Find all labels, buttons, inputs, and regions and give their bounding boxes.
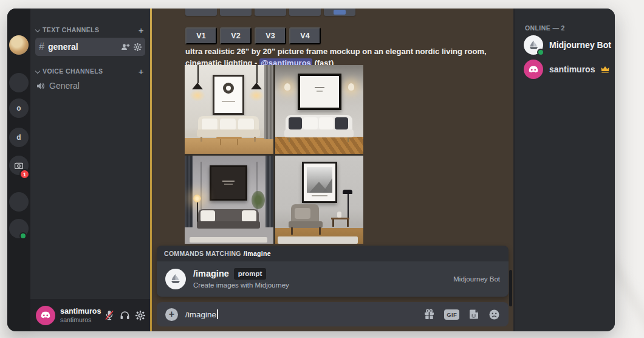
variation-button-v1[interactable]: V1	[185, 27, 217, 44]
command-source: Midjourney Bot	[453, 275, 500, 283]
server-initial: d	[16, 133, 21, 142]
user-names[interactable]: santimuros santimuros	[60, 307, 100, 323]
voice-channel-general[interactable]: General	[30, 78, 150, 94]
create-channel-button[interactable]: +	[139, 67, 144, 76]
member-row-santimuros[interactable]: santimuros	[520, 58, 615, 80]
online-status-dot	[19, 232, 27, 240]
server-icon[interactable]	[9, 73, 29, 92]
sticker-icon[interactable]	[468, 309, 479, 320]
command-name: /imagine	[193, 268, 229, 280]
emoji-icon[interactable]	[488, 309, 500, 320]
channel-general[interactable]: # general	[35, 38, 145, 56]
prompt-text-line1: ultra realistic 26" by 20" picture frame…	[185, 46, 513, 58]
gift-icon[interactable]	[423, 309, 435, 320]
server-icon-avatar[interactable]	[9, 35, 29, 55]
chat-area: V1 V2 V3 V4 ultra realistic 26" by 20" p…	[152, 9, 513, 331]
message-input[interactable]: /imagine	[185, 309, 416, 319]
upscale-button[interactable]	[289, 9, 321, 16]
variation-button-v3[interactable]: V3	[255, 27, 286, 44]
chat-scrollbar[interactable]	[509, 9, 512, 331]
generated-image-4[interactable]	[275, 156, 364, 244]
command-argument: prompt	[234, 268, 267, 280]
server-icon[interactable]: d	[9, 128, 29, 147]
midjourney-image-grid[interactable]	[185, 65, 363, 244]
voice-channels-category[interactable]: VOICE CHANNELS +	[30, 64, 150, 78]
channel-sidebar: TEXT CHANNELS + # general	[30, 9, 150, 331]
headphones-icon[interactable]	[120, 311, 130, 320]
upscale-button[interactable]	[220, 9, 252, 16]
message-input-bar: + /imagine GIF	[157, 302, 509, 326]
username: santimuros	[60, 307, 100, 316]
server-owner-crown-icon	[601, 66, 609, 73]
gif-picker-icon[interactable]: GIF	[444, 309, 459, 320]
user-tag: santimuros	[60, 316, 100, 323]
speaker-icon	[36, 82, 45, 90]
online-section-header: ONLINE — 2	[525, 24, 565, 32]
generated-image-3[interactable]	[185, 156, 273, 244]
microphone-muted-icon[interactable]	[104, 310, 114, 320]
chevron-down-icon	[35, 27, 40, 32]
command-option-imagine[interactable]: /imagine prompt Create images with Midjo…	[157, 261, 509, 297]
server-initial: o	[16, 104, 21, 112]
variation-button-row: V1 V2 V3 V4	[185, 27, 321, 44]
user-area: santimuros santimuros	[30, 299, 150, 331]
discord-logo-icon	[40, 311, 51, 319]
upscale-button-row-cropped	[185, 9, 355, 16]
user-settings-gear-icon[interactable]	[135, 311, 145, 320]
member-name: santimuros	[549, 64, 595, 74]
upscale-button[interactable]	[185, 9, 217, 16]
member-name: Midjourney Bot	[549, 40, 611, 50]
sailboat-icon	[528, 40, 540, 51]
text-caret	[217, 309, 218, 319]
attach-plus-icon[interactable]: +	[165, 308, 178, 321]
server-rail: o d 1	[7, 9, 30, 331]
chevron-down-icon	[35, 69, 40, 74]
reroll-button[interactable]	[324, 9, 355, 16]
server-icon[interactable]	[9, 192, 29, 212]
midjourney-bot-avatar	[165, 269, 186, 289]
palette-header-command: /imagine	[244, 250, 271, 257]
server-icon[interactable]: o	[9, 98, 29, 118]
channel-name: general	[48, 42, 117, 52]
member-row-midjourney-bot[interactable]: Midjourney Bot ✓ BOT	[520, 34, 615, 56]
text-channels-category[interactable]: TEXT CHANNELS +	[30, 23, 150, 36]
hashtag-icon: #	[39, 41, 44, 52]
command-autocomplete-panel: COMMANDS MATCHING /imagine /imagine prom…	[157, 246, 509, 297]
category-label: TEXT CHANNELS	[43, 26, 99, 33]
member-avatar	[524, 60, 543, 79]
voice-channel-name: General	[49, 81, 80, 91]
variation-button-v2[interactable]: V2	[220, 27, 252, 44]
palette-header: COMMANDS MATCHING /imagine	[157, 246, 509, 261]
variation-button-v4[interactable]: V4	[289, 27, 321, 44]
channel-settings-gear-icon[interactable]	[134, 43, 142, 51]
notification-badge: 1	[19, 169, 30, 179]
scrollbar-thumb[interactable]	[509, 270, 512, 306]
category-label: VOICE CHANNELS	[43, 67, 103, 75]
discord-app-window: o d 1 TEXT CHANNELS + # general	[7, 9, 615, 331]
camera-icon	[15, 162, 23, 169]
generated-image-2[interactable]	[275, 65, 364, 154]
discord-logo-icon	[528, 66, 539, 74]
midjourney-bot-avatar	[524, 35, 543, 55]
online-status-dot	[537, 49, 544, 56]
generated-image-1[interactable]	[185, 65, 273, 154]
invite-members-icon[interactable]	[121, 43, 130, 50]
command-description: Create images with Midjourney	[193, 281, 446, 290]
sailboat-icon	[170, 273, 182, 285]
member-list-panel: ONLINE — 2 Midjourney Bot ✓ BOT	[515, 9, 615, 331]
user-avatar[interactable]	[36, 306, 55, 325]
upscale-button[interactable]	[255, 9, 286, 16]
create-channel-button[interactable]: +	[139, 26, 144, 35]
